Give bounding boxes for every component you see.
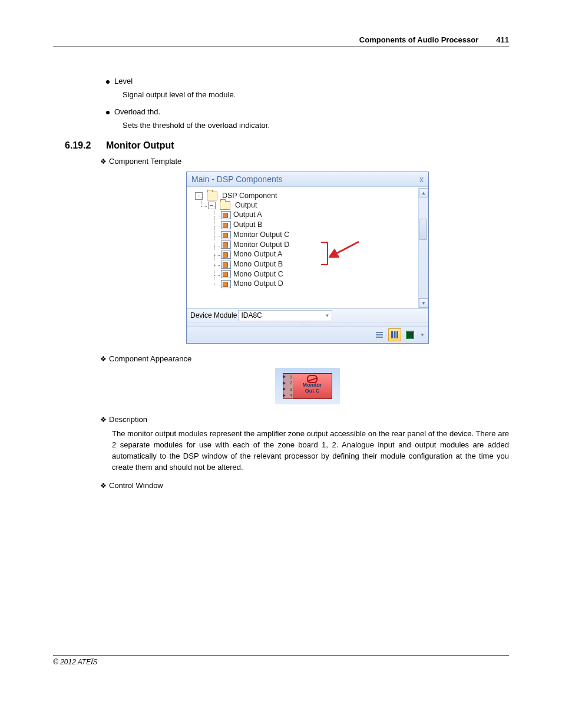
tree-item[interactable]: Monitor Output D — [233, 241, 289, 249]
bullet-icon — [106, 111, 110, 114]
component-icon — [221, 270, 231, 278]
tree-item[interactable]: Mono Output C — [233, 270, 283, 278]
bullet-list: Level Signal output level of the module.… — [106, 77, 509, 130]
panel-title: Main - DSP Components — [191, 174, 283, 184]
component-appearance-figure: 1 2 3 4 Monitor Out C — [275, 368, 340, 404]
description-paragraph: The monitor output modules represent the… — [112, 429, 509, 473]
component-icon — [221, 231, 231, 239]
component-label-line2: Out C — [305, 388, 320, 394]
diamond-icon: ❖ — [100, 157, 107, 166]
bullet-icon — [106, 80, 110, 84]
device-module-row: Device Module IDA8C ▼ — [187, 308, 428, 322]
scroll-thumb[interactable] — [419, 219, 427, 240]
device-module-value: IDA8C — [241, 311, 262, 319]
tree-item[interactable]: Mono Output B — [233, 260, 283, 268]
tree-root[interactable]: DSP Component — [222, 192, 277, 200]
diamond-icon: ❖ — [100, 482, 107, 490]
monitor-output-block: 1 2 3 4 Monitor Out C — [283, 373, 332, 399]
component-icon — [221, 261, 231, 269]
svg-rect-1 — [376, 332, 383, 333]
component-icon — [221, 251, 231, 259]
chevron-down-icon: ▼ — [325, 313, 329, 318]
tree-item[interactable]: Output A — [233, 210, 262, 219]
subheading-control: ❖ Control Window — [100, 481, 509, 490]
collapse-icon[interactable]: − — [208, 202, 216, 209]
section-heading: 6.19.2 Monitor Output — [65, 140, 509, 151]
chevron-down-icon: ▼ — [420, 332, 425, 338]
section-number: 6.19.2 — [65, 140, 106, 151]
view-grid-button[interactable] — [404, 328, 416, 341]
tree-view[interactable]: − DSP Component − Output Ou — [187, 187, 418, 308]
svg-rect-8 — [407, 332, 413, 338]
svg-rect-2 — [376, 334, 383, 335]
view-list-button[interactable] — [373, 328, 386, 341]
scroll-up-icon[interactable]: ▲ — [419, 188, 428, 197]
svg-rect-5 — [394, 331, 396, 338]
tree-item[interactable]: Mono Output A — [233, 250, 282, 258]
section-title: Monitor Output — [106, 140, 174, 151]
bullet-label: Level — [114, 77, 133, 85]
diamond-icon: ❖ — [100, 355, 107, 363]
subheading-label: Component Template — [109, 157, 181, 166]
page-header: Components of Audio Processor 411 — [53, 35, 509, 47]
component-icon — [221, 241, 231, 249]
close-icon[interactable]: x — [419, 174, 424, 184]
svg-rect-6 — [396, 331, 398, 338]
folder-icon — [220, 201, 230, 210]
input-port-icon — [283, 375, 286, 378]
component-body: Monitor Out C — [293, 374, 332, 398]
page-footer: © 2012 ATEÏS — [53, 655, 509, 666]
input-port-icon — [283, 381, 286, 385]
input-port-icon — [283, 394, 286, 397]
list-icon — [375, 331, 384, 339]
bullet-description: Sets the threshold of the overload indic… — [123, 121, 509, 130]
input-port-icon — [283, 387, 286, 391]
bullet-description: Signal output level of the module. — [123, 90, 509, 99]
scroll-down-icon[interactable]: ▼ — [419, 298, 428, 308]
copyright: © 2012 ATEÏS — [53, 658, 98, 666]
subheading-description: ❖ Description — [100, 415, 509, 424]
grid-icon — [406, 331, 414, 339]
resize-grip[interactable]: ····· — [187, 322, 428, 326]
dsp-components-panel: Main - DSP Components x − DSP Component — [186, 172, 429, 344]
no-entry-icon — [307, 375, 318, 383]
subheading-appearance: ❖ Component Appearance — [100, 354, 509, 363]
tree-item[interactable]: Monitor Output C — [233, 230, 289, 239]
component-icon — [221, 221, 231, 229]
columns-icon — [391, 331, 399, 339]
collapse-icon[interactable]: − — [195, 192, 203, 200]
panel-titlebar: Main - DSP Components x — [187, 172, 428, 187]
tree-group[interactable]: Output — [235, 201, 257, 209]
tree-item[interactable]: Mono Output D — [233, 279, 283, 288]
diamond-icon: ❖ — [100, 416, 107, 424]
subheading-label: Component Appearance — [109, 354, 191, 363]
subheading-label: Control Window — [109, 481, 163, 490]
component-icon — [221, 211, 231, 219]
bullet-label: Overload thd. — [114, 107, 160, 116]
port-column — [283, 374, 289, 398]
panel-toolbar: ▼ — [187, 326, 428, 343]
toolbar-dropdown[interactable]: ▼ — [419, 328, 426, 341]
header-title: Components of Audio Processor — [359, 35, 478, 44]
folder-icon — [207, 192, 217, 200]
page-number: 411 — [496, 35, 509, 44]
svg-rect-4 — [391, 331, 393, 338]
subheading-template: ❖ Component Template — [100, 157, 509, 166]
tree-item[interactable]: Output B — [233, 220, 262, 229]
device-module-select[interactable]: IDA8C ▼ — [238, 310, 332, 321]
scrollbar[interactable]: ▲ ▼ — [418, 187, 428, 308]
subheading-label: Description — [109, 415, 147, 424]
svg-rect-3 — [376, 337, 383, 338]
device-module-label: Device Module — [190, 311, 237, 319]
view-columns-button[interactable] — [388, 328, 401, 341]
component-icon — [221, 280, 231, 288]
